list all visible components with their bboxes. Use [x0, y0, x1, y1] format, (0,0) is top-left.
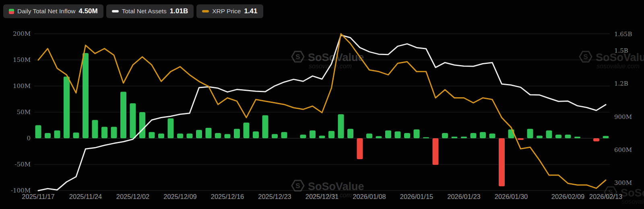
- inflow-bar-positive[interactable]: [452, 137, 458, 138]
- inflow-bar-positive[interactable]: [565, 135, 571, 138]
- inflow-bar-positive[interactable]: [376, 136, 382, 138]
- inflow-bar-positive[interactable]: [328, 131, 334, 138]
- left-axis-tick-label: -50M: [14, 161, 31, 168]
- x-axis-tick-label: 2025/11/24: [69, 193, 102, 200]
- inflow-bar-positive[interactable]: [385, 131, 391, 139]
- inflow-bar-positive[interactable]: [168, 119, 174, 138]
- x-axis-tick-label: 2025/11/17: [22, 193, 54, 200]
- inflow-bar-positive[interactable]: [423, 137, 429, 138]
- right-axis-tick-label: 900M: [614, 113, 632, 121]
- left-axis-tick-label: 100M: [13, 82, 31, 90]
- left-axis-tick-label: 150M: [13, 56, 31, 64]
- inflow-bar-positive[interactable]: [54, 131, 60, 139]
- x-axis-tick-label: 2026/01/30: [495, 193, 528, 200]
- assets-line-icon: [112, 10, 119, 12]
- inflow-bar-positive[interactable]: [555, 135, 561, 138]
- watermark-brand-text: SoSoValue: [308, 180, 364, 193]
- inflow-bar-positive[interactable]: [215, 133, 221, 138]
- legend-value-daily-net-inflow: 4.50M: [78, 7, 97, 15]
- inflow-bar-positive[interactable]: [92, 120, 98, 139]
- inflow-bar-positive[interactable]: [508, 129, 514, 138]
- inflow-bar-positive[interactable]: [574, 137, 580, 138]
- inflow-bar-positive[interactable]: [83, 53, 89, 138]
- inflow-bar-positive[interactable]: [461, 137, 467, 138]
- inflow-bar-positive[interactable]: [338, 114, 344, 138]
- legend-label-xrp-price: XRP Price: [212, 8, 241, 15]
- sosovalue-watermark: SSoSoValuesosovalue.com: [292, 51, 364, 70]
- legend-label-daily-net-inflow: Daily Total Net Inflow: [17, 8, 75, 15]
- inflow-bar-positive[interactable]: [158, 133, 164, 138]
- inflow-bar-positive[interactable]: [527, 129, 533, 138]
- inflow-bar-positive[interactable]: [101, 127, 107, 138]
- inflow-bar-positive[interactable]: [187, 133, 193, 138]
- inflow-bar-icon: [9, 9, 14, 14]
- left-axis-tick-label: 200M: [13, 30, 31, 37]
- inflow-bar-positive[interactable]: [366, 133, 372, 138]
- inflow-bar-negative[interactable]: [518, 138, 524, 140]
- inflow-bar-positive[interactable]: [319, 136, 325, 139]
- inflow-bar-positive[interactable]: [471, 133, 477, 138]
- inflow-bar-positive[interactable]: [234, 129, 240, 138]
- inflow-bar-positive[interactable]: [130, 103, 136, 138]
- inflow-bar-positive[interactable]: [225, 134, 231, 138]
- inflow-bar-positive[interactable]: [64, 77, 70, 138]
- inflow-bar-positive[interactable]: [310, 131, 316, 139]
- inflow-bar-positive[interactable]: [603, 136, 609, 138]
- inflow-bar-positive[interactable]: [272, 134, 278, 138]
- legend-value-total-net-assets: 1.01B: [170, 7, 188, 15]
- inflow-bar-positive[interactable]: [244, 123, 250, 138]
- inflow-bar-positive[interactable]: [395, 131, 401, 138]
- left-axis-tick-label: 50M: [17, 109, 31, 116]
- sosovalue-cube-letter: S: [295, 182, 300, 190]
- legend-item-total-net-assets[interactable]: Total Net Assets 1.01B: [106, 4, 194, 18]
- inflow-bar-positive[interactable]: [537, 136, 543, 139]
- sosovalue-cube-letter: S: [295, 53, 300, 61]
- inflow-bar-positive[interactable]: [546, 131, 552, 139]
- x-axis-tick-label: 2025/12/16: [211, 193, 244, 200]
- inflow-bar-positive[interactable]: [262, 115, 268, 138]
- inflow-bar-positive[interactable]: [480, 132, 486, 138]
- x-axis-tick-label: 2025/12/23: [258, 193, 291, 200]
- sosovalue-watermark: SSoSoValuesosovalue.com: [580, 51, 644, 70]
- inflow-bar-negative[interactable]: [499, 138, 505, 186]
- x-axis-tick-label: 2026/01/15: [400, 193, 433, 200]
- x-axis-tick-label: 2025/12/09: [163, 193, 197, 200]
- inflow-bar-positive[interactable]: [253, 131, 259, 138]
- x-axis-tick-label: 2026/01/23: [447, 193, 481, 200]
- right-axis-tick-label: 1.2B: [614, 80, 628, 87]
- watermark-domain-text: sosovalue.com: [597, 63, 640, 70]
- inflow-bar-positive[interactable]: [35, 125, 41, 139]
- inflow-bar-positive[interactable]: [120, 92, 126, 138]
- watermark-brand-text: SoSoValue: [596, 51, 644, 64]
- inflow-bar-negative[interactable]: [433, 138, 439, 165]
- inflow-bar-positive[interactable]: [489, 133, 495, 138]
- inflow-bar-positive[interactable]: [206, 128, 212, 138]
- sosovalue-cube-letter: S: [583, 53, 588, 61]
- inflow-bar-positive[interactable]: [111, 127, 117, 138]
- inflow-bar-positive[interactable]: [414, 129, 420, 138]
- inflow-bar-positive[interactable]: [196, 130, 202, 138]
- right-axis-tick-label: 300M: [614, 179, 632, 186]
- legend-item-daily-net-inflow[interactable]: Daily Total Net Inflow 4.50M: [3, 4, 103, 18]
- inflow-bar-positive[interactable]: [347, 129, 353, 138]
- inflow-bar-positive[interactable]: [404, 133, 410, 138]
- left-axis-tick-label: 0: [27, 135, 31, 142]
- chart-canvas[interactable]: 200M150M100M50M0-50M-100M1.65B1.5B1.2B90…: [0, 0, 644, 209]
- sosovalue-cube-letter: S: [608, 189, 613, 196]
- inflow-bar-positive[interactable]: [281, 132, 287, 138]
- x-axis-tick-label: 2025/12/02: [116, 193, 150, 200]
- inflow-bar-positive[interactable]: [139, 112, 145, 138]
- inflow-bar-positive[interactable]: [177, 133, 183, 138]
- legend-item-xrp-price[interactable]: XRP Price 1.41: [196, 4, 263, 18]
- inflow-bar-negative[interactable]: [593, 138, 599, 141]
- inflow-bar-positive[interactable]: [149, 132, 155, 138]
- inflow-bar-positive[interactable]: [442, 133, 448, 138]
- xrp-etf-flow-dashboard: Daily Total Net Inflow 4.50M Total Net A…: [0, 0, 644, 209]
- sosovalue-watermark: SSoSoValuesosovalue.com: [605, 187, 644, 205]
- x-axis-tick-label: 2026/02/09: [551, 193, 585, 200]
- inflow-bar-negative[interactable]: [357, 138, 363, 159]
- inflow-bar-positive[interactable]: [300, 135, 306, 138]
- inflow-bar-positive[interactable]: [45, 133, 51, 138]
- x-axis-tick-label: 2026/01/08: [353, 193, 386, 200]
- inflow-bar-positive[interactable]: [73, 133, 79, 138]
